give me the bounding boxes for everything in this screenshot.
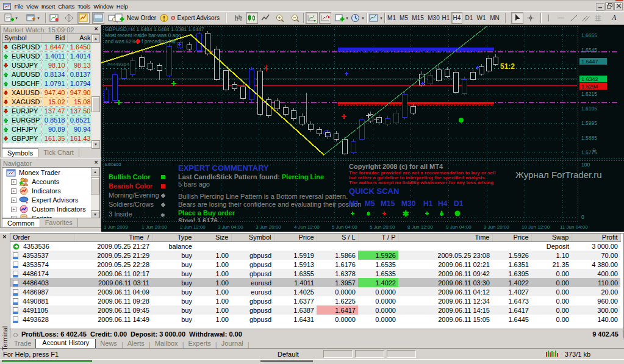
svg-text:M30: M30 [401,199,416,208]
svg-text:M1: M1 [349,199,359,208]
svg-text:5 bars ago: 5 bars ago [178,180,210,188]
svg-text:51:2: 51:2 [500,62,515,71]
svg-text:Soldiers/Crows: Soldiers/Crows [109,201,154,208]
svg-text:The authors accept no liabilit: The authors accept no liability whatsoev… [349,180,493,185]
svg-text:1.6447: 1.6447 [581,59,598,65]
svg-text:11 Jun 04:00: 11 Jun 04:00 [560,224,588,230]
svg-text:8 Jun 12:00: 8 Jun 12:00 [407,224,433,230]
svg-text:1.5995: 1.5995 [581,120,597,126]
svg-text:QUICK SCAN: QUICK SCAN [349,187,399,196]
svg-text:H4: H4 [438,199,448,208]
svg-text:3 Jun 04:00: 3 Jun 04:00 [218,224,243,230]
svg-text:Bullish Piercing Line Pattern: Bullish Piercing Line Pattern is a Botto… [178,193,348,200]
svg-text:EXPERT COMMENTARY: EXPERT COMMENTARY [178,163,269,173]
svg-text:9 Jun 20:00: 9 Jun 20:00 [484,224,509,230]
svg-text:GBPUSD,H4 1.6484 1.6484 1.6381: GBPUSD,H4 1.6484 1.6484 1.6381 1.6447 [105,26,204,32]
svg-text:D1: D1 [454,199,464,208]
svg-text:✱: ✱ [160,212,165,218]
svg-text:0: 0 [581,214,584,220]
svg-text:1.5775: 1.5775 [581,149,597,155]
svg-text:1.6655: 1.6655 [581,32,597,38]
svg-text:Bears are losing their confide: Bears are losing their confidence and ev… [178,201,361,208]
svg-text:f preceding bar: f preceding bar [142,38,176,45]
svg-text:1.5885: 1.5885 [581,135,597,141]
svg-text:1.6342: 1.6342 [581,76,598,82]
svg-text:100: 100 [581,162,590,168]
svg-text:1.6105: 1.6105 [581,105,597,112]
svg-text:Morning/Evening: Morning/Evening [109,191,159,199]
svg-text:1.6545: 1.6545 [581,47,597,53]
svg-text:5 Jun 04:00: 5 Jun 04:00 [332,224,357,230]
svg-text:3 Jun 20:00: 3 Jun 20:00 [256,224,281,230]
svg-text:M5: M5 [365,199,375,208]
svg-text:✱: ✱ [403,209,409,218]
svg-text:M15: M15 [381,199,395,208]
svg-text:Place a Buy order: Place a Buy order [178,209,235,216]
svg-text:Most recent inside bar was 0 a: Most recent inside bar was 0 ago [105,32,181,38]
svg-text:Last CandleStick Pattern found: Last CandleStick Pattern found: [178,173,280,180]
svg-text:Piercing Line: Piercing Line [282,173,324,180]
svg-text:1.6294: 1.6294 [581,84,598,90]
svg-text:5 Jun 20:00: 5 Jun 20:00 [370,224,395,230]
svg-text:3 Inside: 3 Inside [109,210,132,218]
svg-text:H1: H1 [423,199,433,208]
svg-text:Copyright 2008 (c) for all MT4: Copyright 2008 (c) for all MT4 [349,163,443,170]
svg-text:Журнал ForTrader.ru: Журнал ForTrader.ru [515,170,602,180]
svg-text:2 Jun 12:00: 2 Jun 12:00 [180,224,206,230]
svg-text:1.6215: 1.6215 [581,91,597,97]
svg-text:10 Jun 12:00: 10 Jun 12:00 [522,224,550,230]
svg-text:9 Jun 04:00: 9 Jun 04:00 [446,224,472,230]
svg-text:Bearish Color: Bearish Color [109,182,153,190]
svg-text:Embedd: Embedd [105,162,121,166]
svg-text:and was 62%: and was 62% [105,38,136,45]
svg-text:4 Jun 12:00: 4 Jun 12:00 [294,224,320,230]
svg-text:1 Jun 2009: 1 Jun 2009 [104,224,128,230]
svg-text:1 Jun 20:00: 1 Jun 20:00 [142,224,167,230]
svg-text:Bullish Color: Bullish Color [109,173,151,180]
svg-text:#4449364: #4449364 [107,62,129,67]
